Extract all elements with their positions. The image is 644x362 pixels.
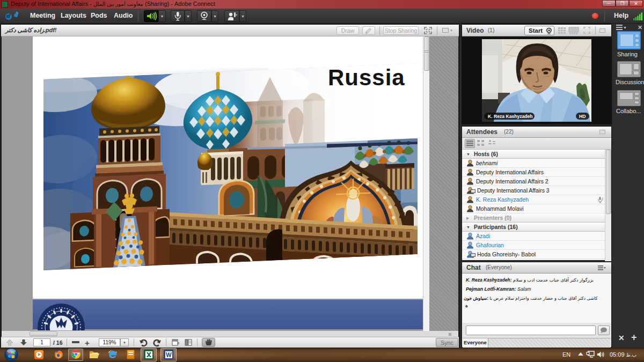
svg-text:HD: HD: [579, 114, 586, 119]
svg-text:K. Reza Kashyzadeh: K. Reza Kashyzadeh: [488, 114, 533, 119]
